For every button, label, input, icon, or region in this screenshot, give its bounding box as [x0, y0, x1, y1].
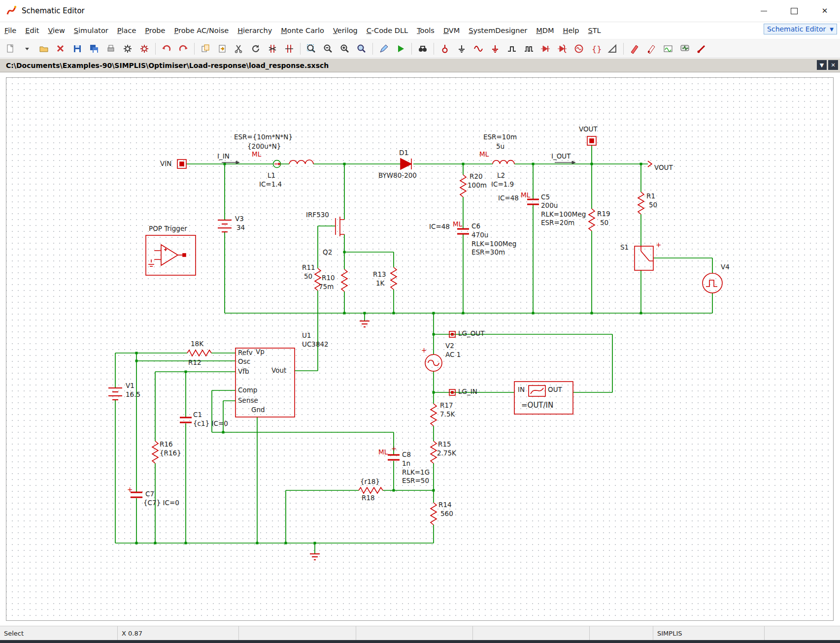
- pin-comb-button[interactable]: [504, 41, 520, 57]
- schematic-label[interactable]: +: [391, 446, 397, 452]
- zoom-in-button[interactable]: [337, 41, 353, 57]
- schematic-label[interactable]: V3: [235, 216, 244, 223]
- probe-current-button[interactable]: [437, 41, 453, 57]
- unwire-button[interactable]: [265, 41, 280, 57]
- schematic-label[interactable]: UC3842: [302, 341, 329, 348]
- schematic-label[interactable]: ESR=30m: [471, 249, 505, 256]
- c6-capacitor[interactable]: [457, 229, 469, 234]
- schematic-label[interactable]: {200u*N}: [247, 143, 281, 150]
- copy-schematic-button[interactable]: [198, 41, 213, 57]
- schematic-label[interactable]: R20: [470, 173, 483, 180]
- run-simulation-button[interactable]: [393, 41, 408, 57]
- settings-gear-button[interactable]: [120, 41, 135, 57]
- schematic-label[interactable]: S1: [620, 244, 629, 251]
- schematic-label[interactable]: 100m: [468, 182, 487, 189]
- save-button[interactable]: [69, 41, 85, 57]
- schematic-label[interactable]: 18K: [191, 341, 203, 348]
- schematic-label[interactable]: RLK=100Meg: [541, 211, 586, 218]
- ground-symbol-main[interactable]: [360, 321, 370, 327]
- l2-inductor[interactable]: [493, 161, 514, 164]
- menu-item-tools[interactable]: Tools: [412, 25, 439, 36]
- schematic-label[interactable]: 7.5K: [440, 411, 455, 418]
- schematic-label[interactable]: R17: [440, 402, 453, 409]
- schematic-label[interactable]: IN: [518, 386, 525, 393]
- menu-item-file[interactable]: File: [0, 25, 21, 36]
- schematic-label[interactable]: R13: [373, 271, 386, 278]
- schematic-label[interactable]: R19: [597, 211, 610, 218]
- schematic-label[interactable]: VOUT: [654, 164, 673, 171]
- schematic-label[interactable]: IC=1.4: [259, 181, 282, 188]
- schematic-label[interactable]: 75m: [319, 284, 334, 290]
- schematic-label[interactable]: RLK=1G: [402, 469, 430, 476]
- schematic-label[interactable]: ESR={10m*N*N}: [234, 134, 293, 141]
- schematic-label[interactable]: 2.75K: [437, 450, 456, 457]
- bus-comb-button[interactable]: [521, 41, 537, 57]
- menu-item-simulator[interactable]: Simulator: [69, 25, 113, 36]
- schematic-label[interactable]: C1: [193, 412, 202, 418]
- redo-button[interactable]: [175, 41, 191, 57]
- menu-item-verilog[interactable]: Verilog: [329, 25, 362, 36]
- probe-pen-1-button[interactable]: [627, 41, 642, 57]
- probe-ground-button[interactable]: [454, 41, 470, 57]
- annotate-pen-button[interactable]: [376, 41, 392, 57]
- schematic-label[interactable]: R10: [322, 275, 335, 282]
- cut-button[interactable]: [231, 41, 247, 57]
- open-folder-button[interactable]: [36, 41, 52, 57]
- schematic-label[interactable]: ML: [453, 221, 462, 228]
- v3-battery[interactable]: [218, 220, 232, 232]
- schematic-label[interactable]: +: [656, 242, 661, 249]
- schematic-label[interactable]: ESR=50: [402, 478, 429, 484]
- i-in-current-probe[interactable]: [273, 161, 281, 168]
- schematic-label[interactable]: +: [127, 486, 133, 493]
- v1-battery[interactable]: [108, 388, 122, 400]
- scope-display-button[interactable]: [677, 41, 693, 57]
- c8-capacitor[interactable]: [388, 455, 400, 460]
- schematic-label[interactable]: 34: [236, 225, 245, 231]
- angle-tool-button[interactable]: [605, 41, 620, 57]
- schematic-label[interactable]: ESR=20m: [541, 220, 574, 226]
- schematic-label[interactable]: L1: [268, 172, 275, 179]
- schematic-label[interactable]: D1: [399, 150, 408, 157]
- menu-item-view[interactable]: View: [43, 25, 69, 36]
- schematic-label[interactable]: AC 1: [445, 352, 461, 358]
- new-dropdown-button[interactable]: [19, 41, 35, 57]
- r16-resistor[interactable]: [152, 441, 158, 463]
- schematic-label[interactable]: L2: [497, 172, 505, 179]
- window-selector-dropdown[interactable]: Schematic Editor ▼: [764, 24, 837, 34]
- zoom-full-button[interactable]: [354, 41, 370, 57]
- schematic-label[interactable]: 16.5: [126, 391, 140, 398]
- schematic-label[interactable]: R15: [438, 441, 451, 448]
- c5-capacitor[interactable]: [527, 199, 539, 204]
- maximize-button[interactable]: [779, 0, 809, 22]
- simulator-gear-button[interactable]: [136, 41, 152, 57]
- schematic-label[interactable]: VOUT: [579, 126, 598, 133]
- schematic-label[interactable]: =OUT/IN: [521, 402, 553, 409]
- schematic-label[interactable]: 5u: [496, 143, 504, 150]
- save-all-button[interactable]: [86, 41, 102, 57]
- schematic-label[interactable]: {c1} IC=0: [193, 420, 228, 427]
- schematic-canvas[interactable]: VINI_INESR={10m*N*N}{200u*N}MLL1IC=1.4D1…: [0, 72, 840, 626]
- schematic-label[interactable]: Vfb: [238, 368, 249, 375]
- schematic-label[interactable]: Comp: [238, 387, 257, 394]
- ac-source-button[interactable]: [571, 41, 587, 57]
- pathbar-close-button[interactable]: ✕: [828, 60, 838, 70]
- schematic-label[interactable]: 50: [304, 273, 312, 280]
- schematic-label[interactable]: 1n: [402, 460, 410, 467]
- pathbar-dropdown-button[interactable]: ▼: [817, 60, 827, 70]
- schematic-label[interactable]: LG_OUT: [458, 330, 485, 337]
- menu-item-stl[interactable]: STL: [584, 25, 605, 36]
- paste-schematic-button[interactable]: [214, 41, 230, 57]
- print-button[interactable]: [103, 41, 119, 57]
- wire-network[interactable]: [115, 145, 712, 554]
- schematic-label[interactable]: R16: [160, 441, 173, 448]
- find-button[interactable]: [415, 41, 431, 57]
- schematic-label[interactable]: ML: [521, 192, 530, 199]
- probe-red-button[interactable]: [694, 41, 709, 57]
- vin-port[interactable]: [177, 160, 186, 168]
- zoom-out-button[interactable]: [320, 41, 336, 57]
- s1-switch[interactable]: [635, 246, 653, 270]
- schematic-label[interactable]: IRF530: [306, 212, 329, 219]
- schematic-label[interactable]: OUT: [548, 386, 562, 393]
- schematic-label[interactable]: VIN: [160, 161, 171, 167]
- schematic-label[interactable]: ML: [252, 151, 261, 158]
